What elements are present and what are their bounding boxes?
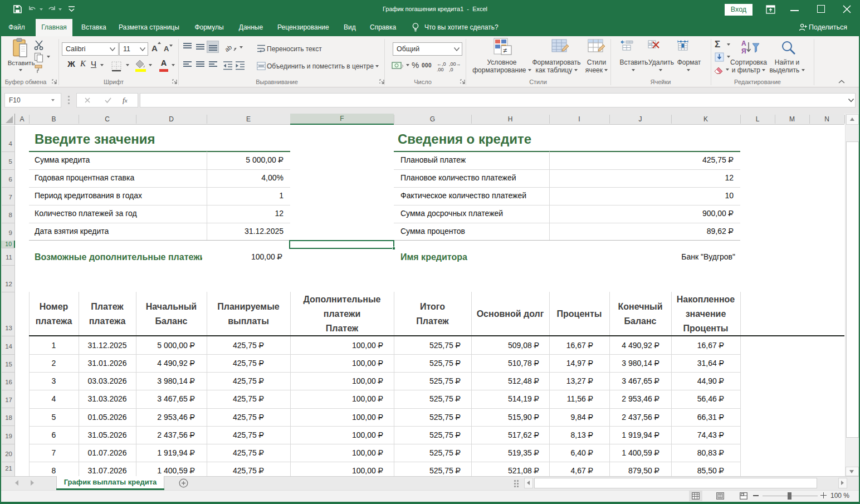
svg-text:Я: Я <box>741 47 746 55</box>
svg-text:ab: ab <box>225 43 233 53</box>
svg-text:А: А <box>741 40 746 47</box>
svg-text:≠: ≠ <box>503 46 507 55</box>
